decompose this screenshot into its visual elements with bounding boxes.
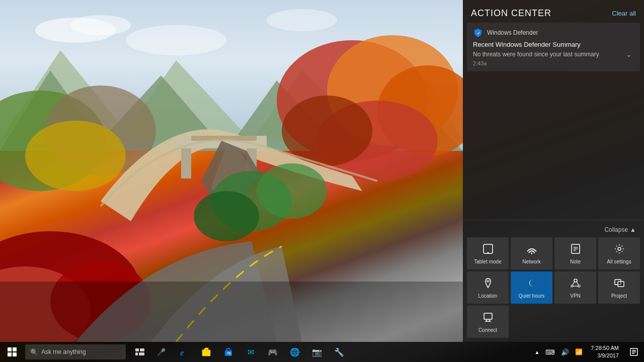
pinned-explorer[interactable]	[195, 342, 217, 362]
pinned-app6[interactable]: 🌐	[284, 342, 306, 362]
qa-network-label: Network	[522, 259, 541, 265]
task-view-button[interactable]	[130, 342, 150, 362]
svg-rect-62	[618, 282, 624, 287]
svg-rect-32	[135, 348, 139, 351]
note-icon	[570, 243, 581, 257]
svg-point-48	[531, 252, 532, 254]
windows-logo-icon	[8, 347, 17, 356]
svg-rect-43	[632, 351, 636, 352]
svg-point-26	[194, 191, 259, 241]
svg-rect-34	[135, 352, 138, 355]
svg-rect-30	[8, 352, 12, 356]
svg-rect-37	[202, 350, 210, 356]
qa-location-label: Location	[478, 293, 498, 299]
system-clock[interactable]: 7:28:50 AM 3/9/2017	[586, 342, 624, 362]
notif-time: 2:43a	[473, 60, 634, 66]
qa-note[interactable]: Note	[554, 237, 596, 269]
svg-point-56	[571, 285, 573, 287]
svg-rect-33	[140, 348, 144, 351]
tray-keyboard[interactable]: ⌨	[542, 342, 558, 362]
quiet-hours-icon	[526, 278, 537, 291]
svg-text:🛍: 🛍	[227, 351, 231, 355]
qa-project[interactable]: Project	[598, 272, 640, 304]
quick-actions-grid: Tablet mode Network	[467, 237, 640, 338]
svg-text:✓: ✓	[477, 31, 480, 36]
pinned-app5[interactable]: 🎮	[262, 342, 284, 362]
action-center-title: ACTION CENTER	[471, 8, 551, 19]
svg-rect-46	[484, 244, 493, 253]
svg-rect-29	[13, 347, 17, 351]
clock-date: 3/9/2017	[597, 352, 619, 359]
shield-icon: ✓	[473, 28, 482, 37]
qa-note-label: Note	[570, 259, 581, 265]
qa-tablet-mode-label: Tablet mode	[474, 259, 501, 265]
notif-expand-button[interactable]: ⌄	[624, 50, 634, 58]
svg-point-54	[487, 280, 489, 282]
microphone-button[interactable]: 🎤	[151, 342, 171, 362]
qa-all-settings-label: All settings	[607, 259, 631, 265]
pinned-edge[interactable]: e	[173, 342, 195, 362]
svg-point-53	[618, 247, 621, 250]
qa-all-settings[interactable]: All settings	[598, 237, 640, 269]
location-icon	[482, 278, 494, 291]
svg-text:e: e	[180, 348, 184, 357]
defender-icon: ✓	[473, 28, 483, 38]
keyboard-icon: ⌨	[545, 348, 555, 356]
clock-time: 7:28:50 AM	[591, 344, 619, 352]
svg-point-3	[126, 25, 226, 55]
qa-vpn[interactable]: VPN	[554, 272, 596, 304]
notif-title: Recent Windows Defender Summary	[473, 41, 634, 48]
connect-icon	[482, 312, 494, 325]
svg-point-14	[25, 121, 126, 191]
tray-overflow[interactable]: ▲	[531, 342, 542, 362]
tablet-mode-icon	[482, 243, 494, 257]
svg-line-59	[577, 282, 579, 285]
qa-quiet-hours[interactable]: Quiet hours	[511, 272, 552, 304]
svg-rect-28	[8, 347, 12, 351]
notification-icon	[630, 348, 638, 356]
notif-text: No threats were found since your last su…	[473, 51, 624, 58]
svg-rect-42	[632, 350, 636, 351]
notif-header: ✓ Windows Defender	[473, 28, 634, 38]
svg-point-25	[257, 163, 327, 219]
wallpaper-image	[0, 0, 463, 342]
svg-rect-47	[487, 252, 489, 253]
search-placeholder: Ask me anything	[41, 348, 86, 355]
settings-icon	[614, 243, 625, 257]
svg-point-4	[267, 9, 337, 31]
taskbar-pinned-apps: e 🛍 ✉ 🎮 🌐 📷 🔧	[173, 342, 350, 362]
pinned-app7[interactable]: 📷	[306, 342, 328, 362]
action-center-button[interactable]	[624, 342, 644, 362]
network-icon: 📶	[575, 348, 583, 355]
svg-rect-44	[632, 353, 634, 354]
taskbar-tray: ▲ ⌨ 🔊 📶 7:28:50 AM 3/9/2017	[531, 342, 644, 362]
pinned-mail[interactable]: ✉	[239, 342, 262, 362]
tray-network[interactable]: 📶	[572, 342, 586, 362]
qa-location[interactable]: Location	[467, 272, 509, 304]
task-view-icon	[135, 348, 144, 355]
svg-rect-63	[484, 313, 492, 319]
network-tile-icon	[526, 243, 537, 257]
qa-vpn-label: VPN	[570, 293, 581, 299]
qa-tablet-mode[interactable]: Tablet mode	[467, 237, 509, 269]
taskbar-center: 🎤	[130, 342, 171, 362]
collapse-label: Collapse	[604, 226, 628, 233]
qa-network[interactable]: Network	[511, 237, 552, 269]
search-bar[interactable]: 🔍 Ask me anything	[25, 344, 126, 359]
svg-point-2	[70, 15, 131, 35]
search-icon: 🔍	[30, 348, 38, 356]
pinned-app8[interactable]: 🔧	[328, 342, 350, 362]
quick-actions-section: Collapse ▲ Tablet mode	[463, 220, 644, 342]
qa-quiet-hours-label: Quiet hours	[519, 293, 545, 299]
action-center-header: ACTION CENTER Clear all	[463, 0, 644, 23]
pinned-store[interactable]: 🛍	[217, 342, 239, 362]
start-button[interactable]	[0, 342, 24, 362]
tray-volume[interactable]: 🔊	[558, 342, 572, 362]
vpn-icon	[570, 278, 581, 291]
project-icon	[614, 278, 625, 291]
qa-connect[interactable]: Connect	[467, 306, 509, 338]
clear-all-button[interactable]: Clear all	[612, 10, 636, 17]
volume-icon: 🔊	[561, 348, 569, 356]
notifications-list: ✓ Windows Defender Recent Windows Defend…	[463, 23, 644, 220]
collapse-button[interactable]: Collapse ▲	[467, 224, 640, 237]
